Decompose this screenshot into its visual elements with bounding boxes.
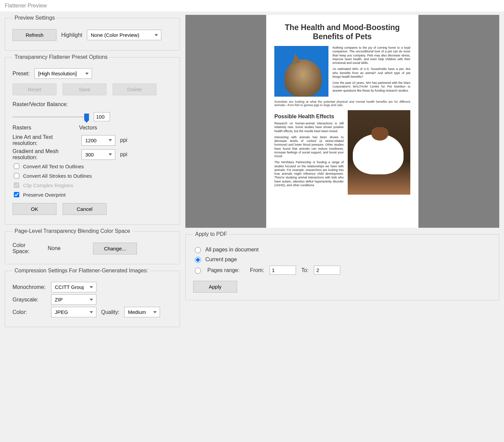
current-page-radio[interactable] [195, 257, 201, 263]
to-input[interactable] [314, 266, 340, 275]
from-input[interactable] [270, 266, 296, 275]
dog-image [348, 110, 410, 195]
grayscale-label: Grayscale: [13, 297, 46, 303]
doc-p3: Over the past 10 years, NIH has partnere… [333, 81, 410, 93]
gradient-select[interactable]: 300 [82, 149, 115, 160]
monochrome-label: Monochrome: [13, 284, 46, 290]
raster-vector-slider[interactable] [13, 116, 87, 118]
raster-vector-input[interactable] [94, 112, 110, 121]
raster-vector-label: Raster/Vector Balance: [13, 101, 172, 107]
refresh-button[interactable]: Refresh [13, 29, 56, 41]
highlight-label: Highlight [61, 32, 82, 38]
all-pages-label: All pages in document [205, 247, 258, 253]
apply-panel: Apply to PDF All pages in document Curre… [185, 231, 499, 300]
apply-button[interactable]: Apply [193, 281, 237, 293]
doc-h2: Possible Health Effects [274, 114, 344, 120]
clip-regions-checkbox [14, 182, 19, 188]
color-compression-select[interactable]: JPEG [51, 307, 96, 317]
preset-label: Preset: [13, 71, 30, 77]
change-button[interactable]: Change... [93, 243, 137, 254]
slider-thumb[interactable] [84, 114, 89, 120]
ok-button[interactable]: OK [13, 203, 56, 215]
preview-settings-legend: Preview Settings [13, 15, 57, 21]
doc-b2: Interacting with animals has been shown … [274, 136, 344, 158]
doc-b1: Research on human-animal interactions is… [274, 122, 344, 133]
document-preview: The Health and Mood-Boosting Benefits of… [185, 15, 499, 228]
color-space-panel: Page-Level Transparency Blending Color S… [5, 228, 180, 264]
compression-legend: Compression Settings For Flattener-Gener… [13, 268, 150, 274]
vectors-label: Vectors [79, 125, 97, 131]
strokes-outlines-label: Convert All Strokes to Outlines [23, 173, 92, 179]
preserve-overprint-label: Preserve Overprint [23, 192, 66, 198]
preset-select[interactable]: [High Resolution] [35, 68, 92, 79]
gradient-label: Gradient and Mesh resolution: [13, 148, 77, 161]
text-outlines-checkbox[interactable] [14, 164, 19, 169]
color-space-legend: Page-Level Transparency Blending Color S… [13, 228, 132, 234]
delete-button[interactable]: Delete [113, 83, 157, 95]
doc-p2: An estimated 68% of U.S. households have… [333, 67, 410, 79]
doc-b3: The NIH/Mars Partnership is funding a ra… [274, 161, 344, 187]
pages-range-radio[interactable] [195, 268, 201, 274]
current-page-label: Current page [205, 256, 237, 263]
clip-regions-label: Clip Complex Regions [23, 182, 73, 188]
compression-panel: Compression Settings For Flattener-Gener… [5, 268, 180, 327]
flattener-legend: Transparency Flattener Preset Options [13, 54, 110, 60]
reset-button[interactable]: Reset [13, 83, 56, 95]
pages-range-label: Pages range: [207, 267, 245, 273]
text-outlines-label: Convert All Text to Outlines [23, 164, 84, 169]
to-label: To: [301, 267, 308, 273]
quality-label: Quality: [101, 309, 119, 315]
monochrome-select[interactable]: CCITT Group 4 [51, 282, 96, 292]
cancel-button[interactable]: Cancel [63, 203, 107, 215]
cat-image [274, 46, 328, 97]
color-space-value: None [48, 245, 88, 251]
from-label: From: [250, 267, 264, 273]
flattener-options-panel: Transparency Flattener Preset Options Pr… [5, 54, 180, 225]
gradient-ppi: ppi [120, 151, 127, 157]
highlight-select[interactable]: None (Color Preview) [87, 30, 161, 40]
preview-page: The Health and Mood-Boosting Benefits of… [266, 15, 418, 228]
grayscale-select[interactable]: ZIP [51, 294, 96, 305]
rasters-label: Rasters [13, 125, 31, 131]
lineart-ppi: ppi [120, 137, 127, 143]
quality-select[interactable]: Medium [124, 307, 160, 317]
lineart-label: Line Art and Text resolution: [13, 134, 77, 146]
doc-wide: Scientists are looking at what the poten… [274, 100, 410, 107]
window-title: Flattener Preview [0, 0, 504, 11]
doc-title: The Health and Mood-Boosting Benefits of… [274, 23, 410, 41]
all-pages-radio[interactable] [195, 247, 201, 253]
preserve-overprint-checkbox[interactable] [14, 192, 19, 197]
color-space-label: Color Space: [13, 242, 43, 254]
strokes-outlines-checkbox[interactable] [14, 173, 19, 178]
doc-p1: Nothing compares to the joy of coming ho… [333, 46, 410, 65]
color-label: Color: [13, 309, 46, 315]
apply-legend: Apply to PDF [193, 231, 229, 237]
save-button[interactable]: Save [63, 83, 107, 95]
preview-settings-panel: Preview Settings Refresh Highlight None … [5, 15, 180, 51]
lineart-select[interactable]: 1200 [82, 135, 115, 146]
